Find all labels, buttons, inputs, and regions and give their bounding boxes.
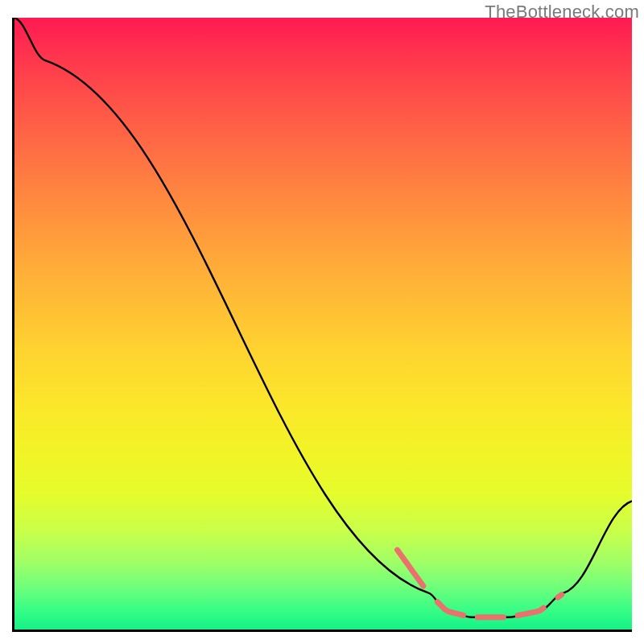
plot-frame [12, 18, 632, 632]
bottleneck-curve [14, 18, 632, 617]
optimal-range-dash [437, 602, 463, 616]
curve-overlay [14, 18, 632, 630]
optimal-range-dash [558, 595, 562, 597]
chart-canvas: TheBottleneck.com [0, 0, 644, 644]
optimal-range-dash [518, 608, 543, 615]
optimal-range-dash [398, 550, 423, 586]
optimal-range-highlight [398, 550, 562, 617]
